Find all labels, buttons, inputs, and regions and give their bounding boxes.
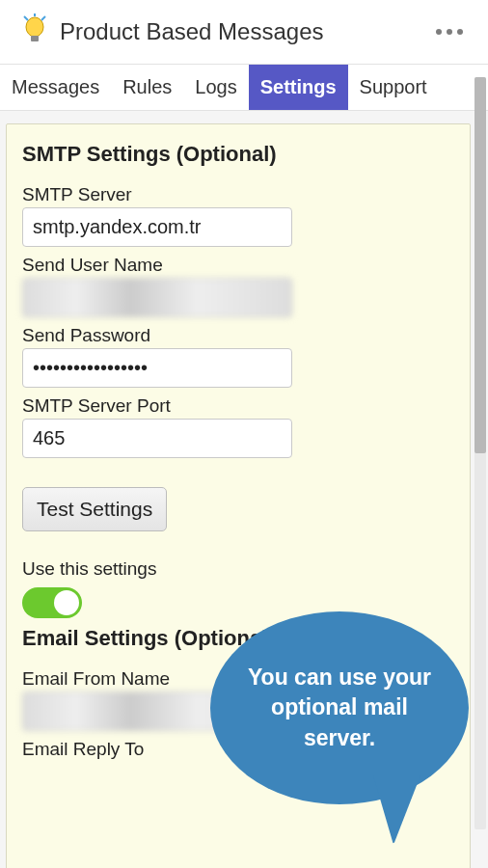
help-callout-text: You can use your optional mail server. bbox=[235, 663, 444, 752]
use-settings-label: Use this settings bbox=[22, 558, 454, 580]
smtp-user-label: Send User Name bbox=[22, 255, 454, 276]
smtp-port-label: SMTP Server Port bbox=[22, 395, 454, 417]
toggle-knob bbox=[54, 590, 79, 615]
tab-logs[interactable]: Logs bbox=[183, 65, 248, 110]
tab-bar: Messages Rules Logs Settings Support bbox=[0, 64, 488, 111]
smtp-port-input[interactable] bbox=[22, 419, 292, 458]
smtp-user-input[interactable] bbox=[22, 278, 292, 317]
use-settings-toggle[interactable] bbox=[22, 587, 82, 618]
smtp-server-label: SMTP Server bbox=[22, 184, 454, 205]
smtp-server-input[interactable] bbox=[22, 207, 292, 247]
smtp-section-title: SMTP Settings (Optional) bbox=[22, 142, 454, 167]
tab-support[interactable]: Support bbox=[348, 65, 439, 110]
svg-line-3 bbox=[41, 16, 45, 20]
svg-point-0 bbox=[26, 17, 43, 37]
tab-settings[interactable]: Settings bbox=[249, 65, 348, 110]
svg-rect-1 bbox=[31, 36, 39, 41]
smtp-password-label: Send Password bbox=[22, 325, 454, 346]
lightbulb-icon bbox=[21, 14, 48, 50]
test-settings-button[interactable]: Test Settings bbox=[22, 487, 167, 531]
tab-rules[interactable]: Rules bbox=[111, 65, 183, 110]
help-callout-bubble: You can use your optional mail server. bbox=[210, 611, 469, 804]
app-title: Product Based Messages bbox=[60, 18, 323, 45]
svg-line-2 bbox=[24, 16, 28, 20]
scrollbar-thumb[interactable] bbox=[474, 77, 486, 453]
header-left: Product Based Messages bbox=[21, 14, 323, 50]
smtp-password-input[interactable] bbox=[22, 348, 292, 388]
app-header: Product Based Messages bbox=[0, 0, 488, 64]
more-menu-icon[interactable] bbox=[428, 21, 471, 42]
scrollbar-track[interactable] bbox=[474, 77, 486, 829]
tab-messages[interactable]: Messages bbox=[0, 65, 111, 110]
